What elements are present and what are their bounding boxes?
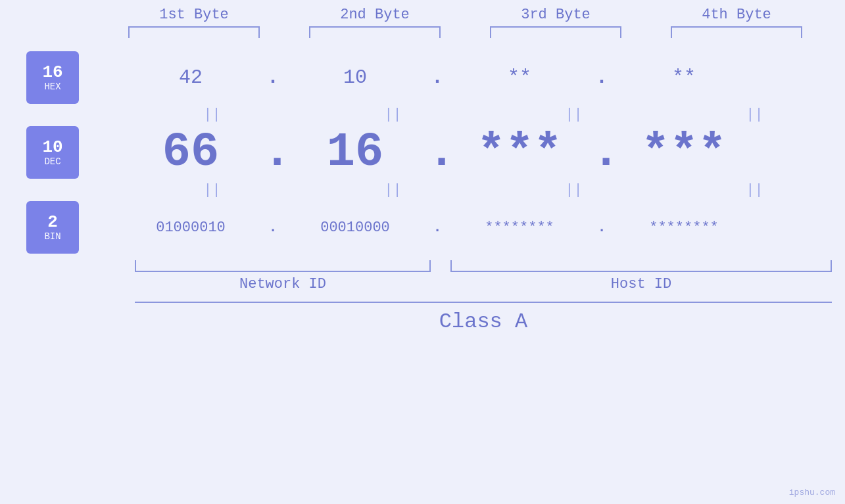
dec-val4: ***: [612, 126, 756, 179]
watermark: ipshu.com: [789, 488, 835, 497]
bin-dot3: .: [592, 219, 612, 236]
dec-dot3: .: [592, 126, 612, 179]
byte1-header: 1st Byte: [122, 7, 266, 23]
eq5: ||: [140, 182, 285, 198]
bin-dot2: .: [427, 219, 447, 236]
bin-val1: 01000010: [118, 219, 263, 236]
main-container: 1st Byte 2nd Byte 3rd Byte 4th Byte 16 H…: [0, 0, 845, 504]
bin-values: 01000010 . 00010000 . ******** . *******…: [118, 219, 845, 236]
bin-badge: 2 BIN: [26, 201, 79, 254]
dec-badge-label: DEC: [44, 156, 60, 167]
network-id-bracket: [135, 260, 431, 272]
bin-row: 2 BIN 01000010 . 00010000 . ******** . *…: [0, 201, 845, 254]
hex-badge-num: 16: [42, 63, 62, 82]
network-id-label: Network ID: [135, 276, 431, 292]
dec-val3: ***: [447, 126, 592, 179]
bracket-byte1: [128, 26, 260, 38]
bin-val4: ********: [612, 219, 756, 236]
dec-badge-num: 10: [42, 138, 62, 157]
eq2: ||: [321, 106, 466, 123]
byte-headers: 1st Byte 2nd Byte 3rd Byte 4th Byte: [104, 7, 827, 23]
hex-dot3: .: [592, 66, 612, 89]
equals-row-1: || || || ||: [122, 106, 845, 123]
hex-val2: 10: [283, 66, 427, 89]
hex-val4: **: [612, 66, 756, 89]
eq6: ||: [321, 182, 466, 198]
byte4-header: 4th Byte: [664, 7, 809, 23]
hex-values: 42 . 10 . ** . **: [118, 66, 845, 89]
hex-badge: 16 HEX: [26, 51, 79, 104]
bin-badge-num: 2: [47, 213, 58, 232]
hex-dot1: .: [263, 66, 283, 89]
hex-dot2: .: [427, 66, 447, 89]
bin-val3: ********: [447, 219, 592, 236]
bracket-spacer: [431, 260, 450, 272]
host-id-label: Host ID: [450, 276, 832, 292]
dec-val1: 66: [118, 126, 263, 179]
hex-badge-label: HEX: [44, 81, 60, 92]
dec-values: 66 . 16 . *** . ***: [118, 126, 845, 179]
host-id-bracket: [450, 260, 832, 272]
hex-row: 16 HEX 42 . 10 . ** . **: [0, 51, 845, 104]
dec-val2: 16: [283, 126, 427, 179]
eq7: ||: [502, 182, 646, 198]
eq1: ||: [140, 106, 285, 123]
class-label: Class A: [135, 309, 832, 334]
dec-badge: 10 DEC: [26, 126, 79, 179]
bracket-byte4: [671, 26, 802, 38]
bottom-brackets-row: [135, 260, 832, 272]
byte3-header: 3rd Byte: [483, 7, 628, 23]
equals-row-2: || || || ||: [122, 182, 845, 198]
bin-dot1: .: [263, 219, 283, 236]
class-bracket-line: [135, 302, 832, 303]
dec-dot1: .: [263, 126, 283, 179]
dec-dot2: .: [427, 126, 447, 179]
eq3: ||: [502, 106, 646, 123]
bracket-byte3: [490, 26, 621, 38]
hex-val1: 42: [118, 66, 263, 89]
hex-val3: **: [447, 66, 592, 89]
bin-val2: 00010000: [283, 219, 427, 236]
eq8: ||: [683, 182, 827, 198]
byte2-header: 2nd Byte: [302, 7, 447, 23]
id-labels-row: Network ID Host ID: [135, 276, 832, 292]
bracket-byte2: [309, 26, 441, 38]
top-brackets: [104, 26, 827, 38]
eq4: ||: [683, 106, 827, 123]
dec-row: 10 DEC 66 . 16 . *** . ***: [0, 126, 845, 179]
bin-badge-label: BIN: [44, 231, 60, 242]
